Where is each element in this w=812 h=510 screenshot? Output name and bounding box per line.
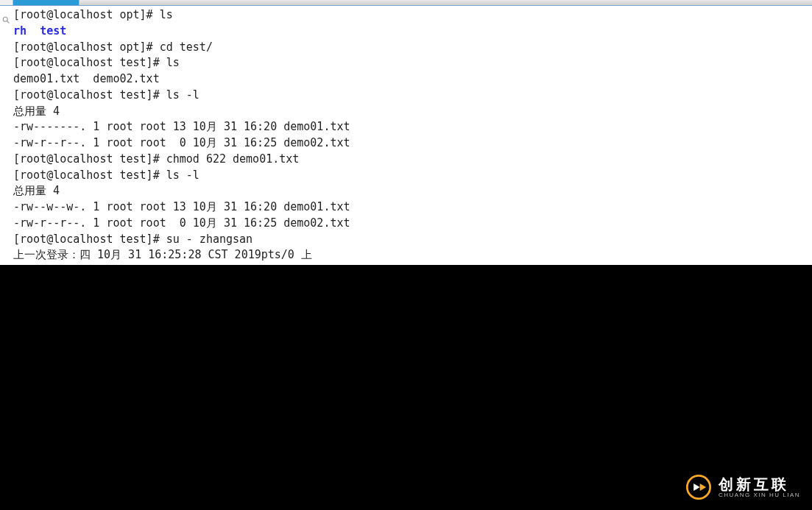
terminal-text bbox=[27, 24, 40, 38]
terminal-text: [root@localhost test]# chmod 622 demo01.… bbox=[13, 152, 299, 166]
terminal-line: 上一次登录：四 10月 31 16:25:28 CST 2019pts/0 上 bbox=[13, 247, 809, 263]
terminal-line: -rw-------. 1 root root 13 10月 31 16:20 … bbox=[13, 119, 809, 135]
terminal-line: [root@localhost test]# ls -l bbox=[13, 88, 809, 104]
terminal-line: [root@localhost test]# su - zhangsan bbox=[13, 232, 809, 248]
terminal-line: [root@localhost test]# ls bbox=[13, 55, 809, 71]
terminal-line: 总用量 4 bbox=[13, 183, 809, 199]
terminal-line: [root@localhost test]# chmod 622 demo01.… bbox=[13, 152, 809, 168]
terminal-pane[interactable]: [root@localhost opt]# lsrh test[root@loc… bbox=[0, 6, 812, 265]
terminal-text: -rw-------. 1 root root 13 10月 31 16:20 … bbox=[13, 120, 350, 133]
terminal-text: 总用量 4 bbox=[13, 184, 60, 197]
terminal-output: [root@localhost opt]# lsrh test[root@loc… bbox=[13, 7, 809, 263]
tab-inactive[interactable] bbox=[0, 0, 13, 5]
terminal-line: -rw--w--w-. 1 root root 13 10月 31 16:20 … bbox=[13, 199, 809, 216]
terminal-line: demo01.txt demo02.txt bbox=[13, 71, 809, 88]
terminal-text: [root@localhost test]# su - zhangsan bbox=[13, 233, 253, 246]
watermark-logo: 创新互联 CHUANG XIN HU LIAN bbox=[686, 475, 800, 500]
terminal-text: [root@localhost test]# ls bbox=[13, 56, 180, 69]
logo-icon bbox=[686, 475, 711, 500]
terminal-line: [root@localhost test]# ls -l bbox=[13, 168, 809, 184]
terminal-line: [root@localhost opt]# cd test/ bbox=[13, 40, 809, 56]
below-terminal-black-area bbox=[0, 265, 812, 510]
terminal-line: -rw-r--r--. 1 root root 0 10月 31 16:25 d… bbox=[13, 135, 809, 152]
terminal-line: 总用量 4 bbox=[13, 104, 809, 120]
svg-line-1 bbox=[7, 21, 10, 24]
terminal-line: rh test bbox=[13, 24, 809, 40]
svg-point-0 bbox=[3, 17, 7, 21]
terminal-text: [root@localhost test]# ls -l bbox=[13, 88, 200, 102]
window-tab-bar bbox=[0, 0, 812, 6]
terminal-text: 上一次登录：四 10月 31 16:25:28 CST 2019pts/0 上 bbox=[13, 248, 312, 261]
terminal-text: [root@localhost opt]# ls bbox=[13, 8, 173, 21]
terminal-text: -rw--w--w-. 1 root root 13 10月 31 16:20 … bbox=[13, 200, 350, 213]
search-icon[interactable] bbox=[1, 13, 10, 22]
terminal-text: 总用量 4 bbox=[13, 105, 60, 118]
terminal-text: -rw-r--r--. 1 root root 0 10月 31 16:25 d… bbox=[13, 136, 350, 149]
tab-active-terminal[interactable] bbox=[13, 0, 80, 5]
terminal-text: [root@localhost test]# ls -l bbox=[13, 169, 200, 182]
terminal-text: -rw-r--r--. 1 root root 0 10月 31 16:25 d… bbox=[13, 216, 350, 230]
directory-name: rh bbox=[13, 24, 27, 38]
watermark-chinese: 创新互联 bbox=[719, 476, 800, 492]
terminal-text: [root@localhost opt]# cd test/ bbox=[13, 40, 213, 54]
watermark-text: 创新互联 CHUANG XIN HU LIAN bbox=[719, 476, 800, 499]
directory-name: test bbox=[40, 24, 66, 38]
watermark-pinyin: CHUANG XIN HU LIAN bbox=[719, 492, 800, 499]
terminal-text: demo01.txt demo02.txt bbox=[13, 72, 160, 85]
terminal-line: [root@localhost opt]# ls bbox=[13, 7, 809, 24]
terminal-line: -rw-r--r--. 1 root root 0 10月 31 16:25 d… bbox=[13, 216, 809, 232]
